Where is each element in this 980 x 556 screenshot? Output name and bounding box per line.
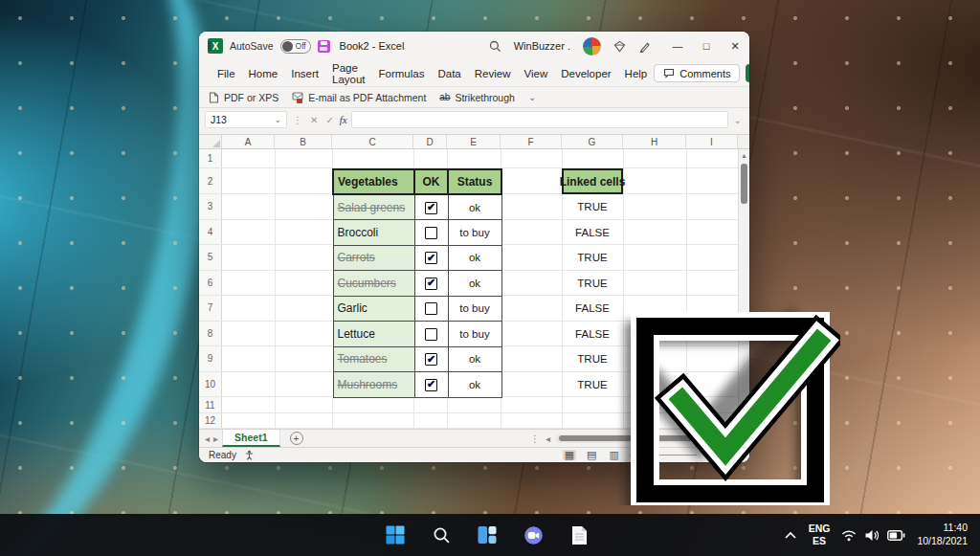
status-cell[interactable]: to buy: [448, 296, 501, 322]
start-button[interactable]: [379, 519, 412, 551]
search-icon[interactable]: [489, 40, 501, 53]
header-ok[interactable]: OK: [414, 169, 448, 194]
header-status[interactable]: Status: [448, 169, 501, 194]
confirm-icon[interactable]: ✓: [323, 115, 335, 125]
cancel-icon[interactable]: ✕: [308, 115, 320, 125]
sheet-nav-left-icon[interactable]: ◂: [205, 434, 210, 444]
view-page-layout-button[interactable]: ▤: [585, 450, 598, 460]
linked-cell[interactable]: FALSE: [562, 220, 623, 246]
hscroll-left-icon[interactable]: ◂: [546, 434, 550, 444]
formula-input[interactable]: [351, 111, 728, 128]
col-header-e[interactable]: E: [447, 135, 501, 149]
linked-cell[interactable]: TRUE: [562, 271, 623, 297]
row-header[interactable]: 9: [199, 346, 222, 371]
cell-checkbox[interactable]: [425, 379, 437, 391]
row-header[interactable]: 1: [199, 149, 222, 167]
pen-icon[interactable]: [638, 40, 651, 53]
search-button[interactable]: [425, 519, 457, 551]
row-header[interactable]: 3: [199, 194, 222, 219]
row-header[interactable]: 4: [199, 220, 222, 245]
col-header-c[interactable]: C: [332, 135, 413, 149]
status-cell[interactable]: ok: [448, 245, 501, 271]
vegetable-cell[interactable]: Garlic: [333, 296, 414, 322]
col-header-a[interactable]: A: [222, 135, 275, 149]
formula-expand-chevron-icon[interactable]: ⌄: [732, 115, 744, 125]
tab-formulas[interactable]: Formulas: [372, 68, 432, 79]
cell-checkbox[interactable]: [425, 328, 437, 341]
sheet-nav-right-icon[interactable]: ▸: [213, 434, 218, 444]
comments-button[interactable]: Comments: [654, 64, 740, 82]
linked-cell[interactable]: TRUE: [562, 245, 623, 271]
scroll-up-icon[interactable]: ▴: [739, 149, 749, 162]
vegetable-cell[interactable]: Salad greens: [333, 194, 414, 220]
cell-checkbox[interactable]: [425, 227, 437, 239]
vertical-scroll-thumb[interactable]: [741, 164, 747, 204]
vegetable-cell[interactable]: Broccoli: [333, 220, 414, 246]
row-header[interactable]: 7: [199, 296, 222, 321]
save-icon[interactable]: [318, 40, 330, 53]
col-header-b[interactable]: B: [275, 135, 332, 149]
vegetable-cell[interactable]: Tomatoes: [333, 346, 414, 372]
row-header[interactable]: 6: [199, 271, 222, 296]
tab-insert[interactable]: Insert: [284, 68, 325, 79]
ribbon-collapse-chevron-icon[interactable]: ⌄: [528, 92, 536, 102]
autosave-toggle[interactable]: Off: [280, 39, 311, 54]
cell-checkbox[interactable]: [425, 252, 437, 264]
view-normal-button[interactable]: ▦: [563, 450, 576, 460]
tab-view[interactable]: View: [517, 68, 554, 79]
share-button[interactable]: [746, 64, 749, 82]
vegetable-cell[interactable]: Mushrooms: [333, 372, 414, 398]
col-header-i[interactable]: I: [686, 135, 738, 149]
sheet-tab-sheet1[interactable]: Sheet1: [222, 430, 279, 447]
row-header[interactable]: 2: [199, 168, 222, 193]
status-cell[interactable]: ok: [448, 346, 501, 372]
tray-chevron-up-icon[interactable]: [784, 531, 797, 540]
vegetable-cell[interactable]: Cucumbers: [333, 271, 414, 297]
insert-function-icon[interactable]: fx: [340, 114, 347, 125]
cell-checkbox[interactable]: [425, 202, 437, 214]
col-header-h[interactable]: H: [623, 135, 686, 149]
status-cell[interactable]: ok: [448, 194, 501, 220]
tab-help[interactable]: Help: [618, 68, 655, 79]
name-box-chevron-icon[interactable]: ⌄: [274, 115, 281, 124]
vegetable-cell[interactable]: Lettuce: [333, 322, 414, 347]
volume-icon[interactable]: [864, 529, 880, 542]
tab-page-layout[interactable]: Page Layout: [325, 62, 372, 85]
close-button[interactable]: ✕: [721, 32, 749, 60]
row-header[interactable]: 12: [199, 413, 222, 428]
language-indicator[interactable]: ENG ES: [809, 523, 831, 547]
linked-cell[interactable]: TRUE: [562, 194, 623, 220]
header-vegetables[interactable]: Vegetables: [333, 169, 414, 194]
excel-app-icon[interactable]: X: [208, 38, 223, 54]
status-cell[interactable]: to buy: [448, 322, 501, 347]
tab-developer[interactable]: Developer: [554, 68, 617, 79]
strikethrough-button[interactable]: ab Strikethrough: [439, 92, 515, 103]
row-header[interactable]: 8: [199, 322, 222, 346]
select-all-corner[interactable]: [199, 135, 222, 149]
tab-file[interactable]: File: [211, 68, 242, 79]
chat-button[interactable]: [517, 519, 549, 551]
document-app-button[interactable]: [563, 519, 595, 551]
minimize-button[interactable]: —: [663, 32, 692, 60]
vegetable-cell[interactable]: Carrots: [333, 245, 414, 271]
maximize-button[interactable]: □: [692, 32, 721, 60]
col-header-d[interactable]: D: [413, 135, 447, 149]
row-header[interactable]: 11: [199, 397, 222, 412]
row-header[interactable]: 5: [199, 245, 222, 270]
account-name[interactable]: WinBuzzer .: [514, 40, 570, 52]
cell-checkbox[interactable]: [425, 353, 437, 366]
row-header[interactable]: 10: [199, 372, 222, 397]
status-cell[interactable]: to buy: [448, 220, 501, 246]
tab-home[interactable]: Home: [242, 68, 285, 79]
wifi-icon[interactable]: [841, 529, 857, 542]
status-cell[interactable]: ok: [448, 271, 501, 297]
accessibility-icon[interactable]: [244, 450, 255, 460]
cell-checkbox[interactable]: [425, 302, 437, 315]
avatar[interactable]: [583, 37, 601, 56]
col-header-g[interactable]: G: [562, 135, 623, 149]
email-pdf-button[interactable]: E-mail as PDF Attachment: [292, 92, 426, 103]
task-view-button[interactable]: [471, 519, 503, 551]
status-cell[interactable]: ok: [448, 372, 501, 398]
tab-review[interactable]: Review: [468, 68, 518, 79]
clock[interactable]: 11:40 10/18/2021: [917, 522, 968, 547]
